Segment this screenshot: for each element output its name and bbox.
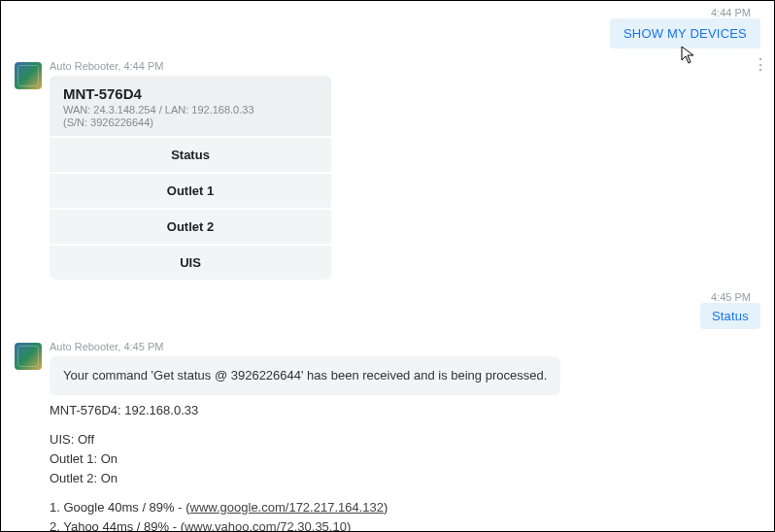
user-message-status[interactable]: Status (700, 303, 760, 329)
card-button-status[interactable]: Status (50, 136, 331, 172)
ping-line: 2. Yahoo 44ms / 89% - (www.yahoo.com/72.… (50, 517, 419, 531)
status-line: MNT-576D4: 192.168.0.33 (50, 401, 419, 420)
device-sn: (S/N: 3926226644) (63, 116, 318, 128)
bot-avatar (15, 62, 42, 89)
device-wan-lan: WAN: 24.3.148.254 / LAN: 192.168.0.33 (63, 104, 318, 116)
ping-link[interactable]: www.google.com/172.217.164.132 (190, 500, 384, 515)
user-message-show-devices[interactable]: SHOW MY DEVICES (610, 18, 760, 49)
timestamp: 4:44 PM (15, 7, 760, 18)
card-button-outlet2[interactable]: Outlet 2 (50, 208, 331, 244)
more-menu-icon[interactable]: ⋮ (753, 57, 768, 73)
device-card: MNT-576D4 WAN: 24.3.148.254 / LAN: 192.1… (50, 76, 331, 280)
sender-label: Auto Rebooter, 4:44 PM (50, 60, 331, 72)
ping-link[interactable]: www.yahoo.com/72.30.35.10 (185, 519, 347, 531)
ack-message: Your command 'Get status @ 3926226644' h… (50, 356, 560, 395)
device-title: MNT-576D4 (63, 85, 318, 102)
status-line: Outlet 1: On (50, 449, 419, 469)
card-button-uis[interactable]: UIS (50, 244, 331, 280)
timestamp: 4:45 PM (15, 291, 760, 303)
status-report: MNT-576D4: 192.168.0.33 UIS: Off Outlet … (50, 395, 419, 532)
bot-avatar (15, 343, 42, 370)
chat-window: 4:44 PM SHOW MY DEVICES ⋮ Auto Rebooter,… (1, 1, 774, 531)
status-line: UIS: Off (50, 430, 419, 449)
sender-label: Auto Rebooter, 4:45 PM (50, 341, 560, 352)
ping-line: 1. Google 40ms / 89% - (www.google.com/1… (50, 498, 419, 517)
status-line: Outlet 2: On (50, 469, 419, 488)
card-button-outlet1[interactable]: Outlet 1 (50, 172, 331, 208)
